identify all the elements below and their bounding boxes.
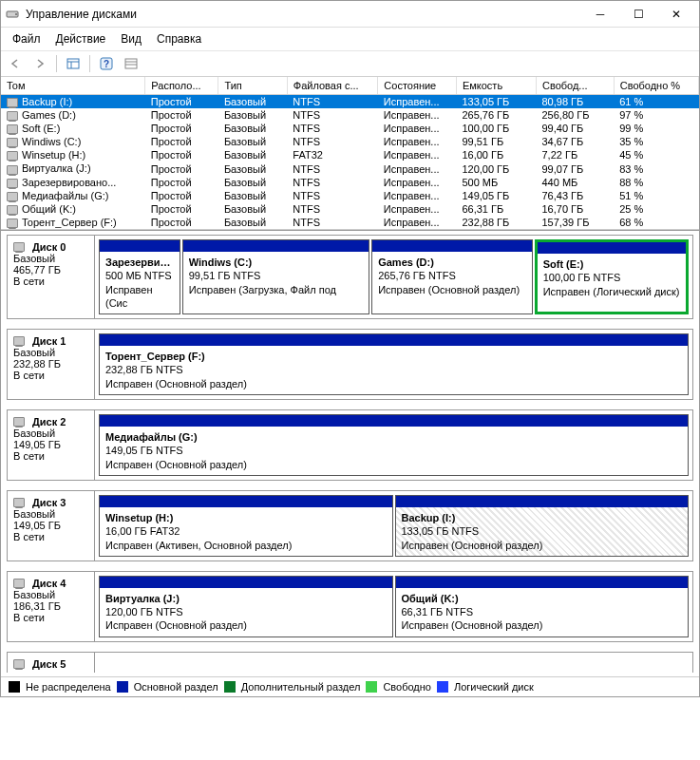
disk-info[interactable]: Диск 5 — [8, 653, 95, 673]
partition[interactable]: Торент_Сервер (F:)232,88 ГБ NTFSИсправен… — [99, 333, 689, 395]
disk-row[interactable]: Диск 3Базовый149,05 ГБВ сетиWinsetup (H:… — [7, 490, 693, 561]
disk-status: В сети — [13, 276, 88, 287]
partition-status: Исправен (Основной раздел) — [402, 618, 683, 632]
partition-header — [100, 577, 392, 588]
drive-icon — [7, 124, 18, 134]
partition-name: Winsetup (H:) — [105, 511, 387, 524]
partition[interactable]: Зарезервиров500 МБ NTFSИсправен (Сис — [99, 239, 180, 314]
toolbar-separator — [89, 55, 90, 72]
column-header[interactable]: Том — [1, 77, 145, 95]
partition[interactable]: Медиафайлы (G:)149,05 ГБ NTFSИсправен (О… — [99, 414, 689, 476]
partition[interactable]: Backup (I:)133,05 ГБ NTFSИсправен (Основ… — [395, 495, 690, 557]
partition-body: Виртуалка (J:)120,00 ГБ NTFSИсправен (Ос… — [100, 588, 392, 636]
disk-row[interactable]: Диск 1Базовый232,88 ГБВ сетиТорент_Серве… — [7, 329, 693, 400]
close-button[interactable]: ✕ — [657, 3, 695, 26]
table-row[interactable]: Backup (I:)ПростойБазовыйNTFSИсправен...… — [1, 95, 699, 109]
partition-size: 265,76 ГБ NTFS — [378, 269, 526, 282]
column-header[interactable]: Свобод... — [536, 77, 614, 95]
partition-name: Backup (I:) — [402, 511, 683, 524]
drive-icon — [7, 205, 18, 215]
disk-row[interactable]: Диск 4Базовый186,31 ГБВ сетиВиртуалка (J… — [7, 571, 693, 642]
partition-size: 149,05 ГБ NTFS — [105, 444, 682, 457]
svg-rect-7 — [125, 59, 137, 68]
legend-label: Дополнительный раздел — [241, 681, 361, 693]
disk-name: Диск 4 — [32, 578, 66, 589]
disk-icon — [13, 417, 25, 427]
disk-icon — [13, 659, 25, 669]
partition-status: Исправен (Логический диск) — [543, 285, 680, 298]
partition-name: Медиафайлы (G:) — [105, 430, 682, 444]
table-row[interactable]: Soft (E:)ПростойБазовыйNTFSИсправен...10… — [1, 122, 699, 135]
disk-row[interactable]: Диск 5 — [7, 652, 693, 673]
partition-header — [100, 334, 688, 346]
minimize-button[interactable]: ─ — [581, 3, 619, 26]
column-header[interactable]: Файловая с... — [287, 77, 378, 95]
maximize-button[interactable]: ☐ — [619, 3, 657, 26]
partition-size: 120,00 ГБ NTFS — [105, 605, 387, 618]
drive-icon — [7, 138, 18, 147]
partition-header — [100, 415, 688, 427]
column-header[interactable]: Емкость — [456, 77, 536, 95]
menu-help[interactable]: Справка — [149, 29, 209, 48]
disk-info[interactable]: Диск 4Базовый186,31 ГБВ сети — [8, 572, 95, 641]
column-header[interactable]: Свободно % — [614, 77, 698, 95]
drive-icon — [7, 192, 18, 201]
partition-body: Winsetup (H:)16,00 ГБ FAT32Исправен (Акт… — [100, 507, 392, 556]
back-button[interactable] — [5, 53, 26, 74]
table-row[interactable]: Медиафайлы (G:)ПростойБазовыйNTFSИсправе… — [1, 189, 699, 202]
disk-info[interactable]: Диск 1Базовый232,88 ГБВ сети — [8, 330, 95, 399]
table-row[interactable]: Торент_Сервер (F:)ПростойБазовыйNTFSИспр… — [1, 216, 699, 229]
volume-table[interactable]: ТомРасполо...ТипФайловая с...СостояниеЕм… — [1, 77, 699, 229]
disk-info[interactable]: Диск 0Базовый465,77 ГБВ сети — [8, 236, 95, 318]
svg-rect-2 — [67, 59, 79, 68]
properties-button[interactable] — [121, 53, 142, 74]
disk-row[interactable]: Диск 2Базовый149,05 ГБВ сетиМедиафайлы (… — [7, 409, 693, 481]
partition-header — [100, 496, 392, 507]
disk-name: Диск 5 — [32, 658, 66, 670]
partition[interactable]: Games (D:)265,76 ГБ NTFSИсправен (Основн… — [371, 239, 533, 314]
svg-point-1 — [15, 13, 17, 15]
partition-status: Исправен (Сис — [105, 283, 174, 311]
disk-size: 149,05 ГБ — [13, 520, 88, 531]
partition-body: Общий (K:)66,31 ГБ NTFSИсправен (Основно… — [396, 588, 689, 636]
views-button[interactable] — [63, 53, 84, 74]
table-row[interactable]: Games (D:)ПростойБазовыйNTFSИсправен...2… — [1, 108, 699, 122]
disk-info[interactable]: Диск 2Базовый149,05 ГБВ сети — [8, 410, 95, 480]
partition[interactable]: Winsetup (H:)16,00 ГБ FAT32Исправен (Акт… — [99, 495, 393, 557]
column-header[interactable]: Тип — [218, 77, 287, 95]
partition[interactable]: Soft (E:)100,00 ГБ NTFSИсправен (Логичес… — [535, 239, 689, 314]
disk-size: 186,31 ГБ — [13, 600, 88, 612]
disk-icon — [13, 242, 25, 252]
partition-status: Исправен (Основной раздел) — [105, 618, 387, 632]
table-row[interactable]: Зарезервировано...ПростойБазовыйNTFSИспр… — [1, 176, 699, 189]
disk-status: В сети — [13, 531, 88, 542]
table-header-row[interactable]: ТомРасполо...ТипФайловая с...СостояниеЕм… — [1, 77, 699, 95]
column-header[interactable]: Состояние — [378, 77, 457, 95]
partition-header — [538, 242, 686, 254]
column-header[interactable]: Располо... — [145, 77, 218, 95]
table-row[interactable]: Общий (K:)ПростойБазовыйNTFSИсправен...6… — [1, 202, 699, 216]
partition-body: Soft (E:)100,00 ГБ NTFSИсправен (Логичес… — [538, 254, 686, 302]
menu-file[interactable]: Файл — [5, 29, 48, 48]
disk-graphical-panel[interactable]: Диск 0Базовый465,77 ГБВ сетиЗарезервиров… — [1, 230, 699, 676]
titlebar[interactable]: Управление дисками ─ ☐ ✕ — [1, 1, 699, 28]
table-row[interactable]: Виртуалка (J:)ПростойБазовыйNTFSИсправен… — [1, 162, 699, 175]
partition[interactable]: Виртуалка (J:)120,00 ГБ NTFSИсправен (Ос… — [99, 576, 393, 637]
disk-type: Базовый — [13, 508, 88, 520]
forward-button[interactable] — [29, 53, 50, 74]
disk-row[interactable]: Диск 0Базовый465,77 ГБВ сетиЗарезервиров… — [7, 235, 693, 319]
help-button[interactable]: ? — [96, 53, 117, 74]
disk-icon — [13, 498, 25, 507]
legend-label: Логический диск — [454, 681, 534, 693]
partition[interactable]: Windiws (C:)99,51 ГБ NTFSИсправен (Загру… — [182, 239, 369, 314]
table-row[interactable]: Winsetup (H:)ПростойБазовыйFAT32Исправен… — [1, 148, 699, 162]
partition-status: Исправен (Основной раздел) — [105, 377, 682, 390]
legend-label: Свободно — [383, 681, 431, 693]
partition[interactable]: Общий (K:)66,31 ГБ NTFSИсправен (Основно… — [395, 576, 690, 637]
disk-info[interactable]: Диск 3Базовый149,05 ГБВ сети — [8, 491, 95, 560]
menu-view[interactable]: Вид — [113, 29, 149, 48]
table-row[interactable]: Windiws (C:)ПростойБазовыйNTFSИсправен..… — [1, 135, 699, 148]
partition-header — [372, 240, 532, 252]
disk-name: Диск 0 — [32, 241, 66, 253]
menu-action[interactable]: Действие — [48, 29, 114, 48]
